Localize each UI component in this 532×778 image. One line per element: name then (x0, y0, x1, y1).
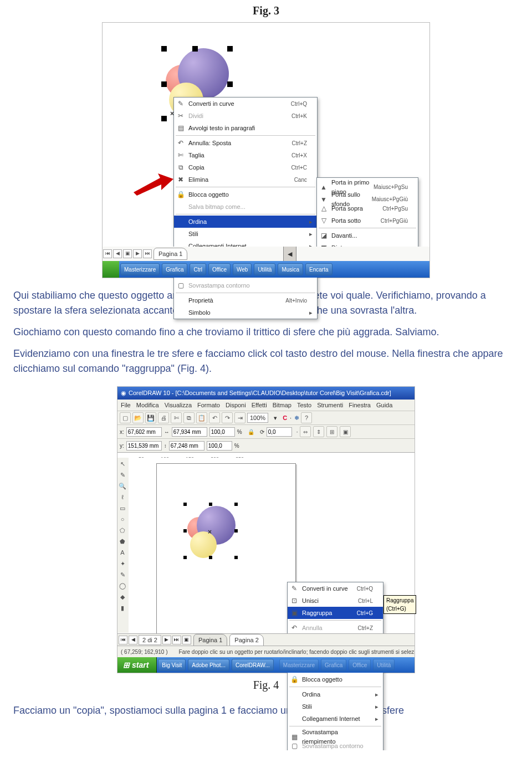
taskbar-item[interactable]: Office (208, 263, 231, 275)
blend-tool[interactable]: ✦ (117, 559, 127, 569)
menu-effetti[interactable]: Effetti (252, 401, 267, 410)
selection-handle[interactable] (183, 556, 187, 559)
menu-testo[interactable]: Testo (297, 401, 311, 410)
group-button[interactable]: ▣ (340, 426, 351, 437)
menu-modifica[interactable]: Modifica (136, 401, 159, 410)
eyedrop-tool[interactable]: ✎ (117, 570, 127, 580)
menu-item[interactable]: ProprietàAlt+Invio (174, 294, 317, 306)
freehand-tool[interactable]: ℓ (117, 492, 127, 502)
prop-x[interactable] (126, 427, 162, 437)
basicshapes-tool[interactable]: ⬟ (117, 536, 127, 546)
taskbar-item[interactable]: Adobe Phot... (188, 659, 229, 671)
menu-item[interactable]: Ordina▸ (288, 688, 383, 700)
help-button[interactable]: ? (301, 412, 312, 423)
menu-strumenti[interactable]: Strumenti (317, 401, 343, 410)
selection-handle[interactable] (192, 46, 198, 52)
taskbar-item[interactable]: Encarta (305, 263, 332, 275)
taskbar-item[interactable]: Big Visit (158, 659, 186, 671)
menu-bitmap[interactable]: Bitmap (273, 401, 291, 410)
selection-handle[interactable] (209, 503, 212, 506)
taskbar-item[interactable]: Web (233, 263, 252, 275)
text-tool[interactable]: A (117, 547, 127, 557)
prop-sy[interactable] (207, 441, 232, 451)
shape-tool[interactable]: ✎ (117, 470, 127, 480)
selection-handle[interactable] (234, 556, 238, 559)
rect-tool[interactable]: ▭ (117, 503, 127, 513)
menu-item[interactable]: ▤Avvolgi testo in paragrafi (174, 122, 317, 134)
page-last-button[interactable]: ⏭ (172, 636, 181, 644)
menu-item[interactable]: Simbolo▸ (174, 306, 317, 319)
menu-item[interactable]: Collegamenti Internet▸ (288, 713, 383, 725)
selection-handle[interactable] (183, 503, 187, 506)
taskbar-item[interactable]: Masterizzare (120, 263, 160, 275)
import-button[interactable]: ⇥ (234, 412, 245, 423)
interactivefill-tool[interactable]: ▮ (117, 603, 127, 613)
pick-tool[interactable]: ↖ (117, 459, 127, 469)
menu-item[interactable]: ✄TagliaCtrl+X (174, 149, 317, 161)
zoom-combo[interactable]: 100% (247, 413, 268, 423)
page-prev-button[interactable]: ◀ (129, 636, 137, 644)
menu-item[interactable]: Stili▸ (174, 228, 317, 240)
page-first-button[interactable]: ⏮ (119, 636, 127, 644)
selection-handle[interactable] (234, 529, 238, 533)
menu-item[interactable]: 🔒Blocca oggetto (288, 673, 383, 685)
menu-finestra[interactable]: Finestra (349, 401, 371, 410)
paste-button[interactable]: 📋 (196, 412, 207, 423)
taskbar-item[interactable]: Ctrl (190, 263, 206, 275)
taskbar-item[interactable]: Musica (278, 263, 303, 275)
align-button[interactable]: ⊞ (326, 426, 337, 437)
polygon-tool[interactable]: ⬠ (117, 525, 127, 535)
menu-item[interactable]: ◪Davanti... (317, 229, 418, 242)
taskbar-item[interactable]: Grafica (162, 263, 187, 275)
selection-handle[interactable] (227, 46, 233, 52)
mirror-v-button[interactable]: ⇕ (313, 426, 324, 437)
prop-ang[interactable] (267, 427, 292, 437)
selection-handle[interactable] (209, 556, 212, 559)
mirror-h-button[interactable]: ⇔ (300, 426, 311, 437)
hscroll-left[interactable]: ◀ (283, 247, 296, 261)
menu-item[interactable]: ✎Converti in curveCtrl+Q (288, 582, 383, 595)
print-button[interactable]: 🖨 (158, 412, 169, 423)
taskbar-item[interactable]: Utilità (254, 263, 275, 275)
page-next-button[interactable]: ▶ (162, 636, 171, 644)
context-menu-1[interactable]: ✎Converti in curveCtrl+Q✂DividiCtrl+K▤Av… (173, 97, 318, 319)
menu-item[interactable]: ↶Annulla: SpostaCtrl+Z (174, 137, 317, 149)
taskbar-item[interactable]: Masterizzare (279, 659, 319, 671)
new-button[interactable]: ▢ (120, 412, 131, 423)
selection-handle[interactable] (183, 529, 187, 533)
menu-bar[interactable]: FileModificaVisualizzaFormatoDisponiEffe… (117, 400, 415, 411)
menu-item[interactable]: ✎Converti in curveCtrl+Q (174, 98, 317, 110)
fill-tool[interactable]: ◆ (117, 592, 127, 602)
menu-item[interactable]: ▦Sovrastampa riempimento (288, 728, 383, 740)
menu-item[interactable]: ⧉CopiaCtrl+C (174, 161, 317, 173)
menu-formato[interactable]: Formato (197, 401, 220, 410)
prop-y[interactable] (126, 441, 162, 451)
page-tab-1[interactable]: Pagina 1 (193, 634, 227, 646)
menu-item[interactable]: ▣RaggruppaCtrl+G (288, 607, 383, 619)
copy-button[interactable]: ⧉ (183, 412, 195, 423)
prop-h[interactable] (169, 441, 204, 451)
menu-disponi[interactable]: Disponi (226, 401, 246, 410)
selection-handle[interactable] (227, 81, 233, 87)
prop-w[interactable] (172, 427, 207, 437)
menu-item[interactable]: △Porta sopraCtrl+PgSu (317, 202, 418, 214)
menu-item[interactable]: Ordina▸ (174, 216, 317, 228)
ellipse-tool[interactable]: ○ (117, 514, 127, 524)
page-next-button[interactable]: ▶ (133, 249, 142, 258)
menu-guida[interactable]: Guida (376, 401, 392, 410)
page-tab-2[interactable]: Pagina 2 (229, 634, 263, 646)
outline-tool[interactable]: ◯ (117, 581, 127, 591)
selection-handle[interactable] (234, 503, 238, 506)
taskbar-item[interactable]: Office (349, 659, 371, 671)
selection-handle[interactable] (161, 116, 167, 121)
selection-handle[interactable] (161, 81, 167, 87)
redo-button[interactable]: ↷ (222, 412, 233, 423)
undo-button[interactable]: ↶ (209, 412, 220, 423)
menu-item[interactable]: ⊡UnisciCtrl+L (288, 595, 383, 607)
start-button[interactable]: ⊞start (117, 657, 157, 673)
page-prev-button[interactable]: ◀ (113, 249, 122, 258)
zoom-tool[interactable]: 🔍 (117, 481, 127, 491)
taskbar-item[interactable]: Utilità (373, 659, 395, 671)
page-tab-1[interactable]: Pagina 1 (154, 248, 187, 260)
page-first-button[interactable]: ⏮ (103, 249, 112, 258)
